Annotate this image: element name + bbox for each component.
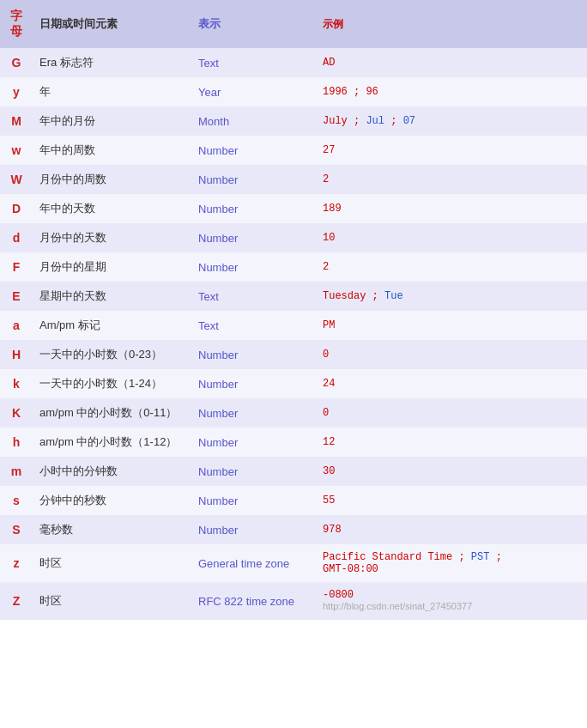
table-row: Kam/pm 中的小时数（0-11）Number0: [0, 398, 587, 428]
cell-repr: Number: [191, 165, 316, 194]
cell-char: G: [0, 48, 33, 77]
cell-example: 55: [316, 486, 587, 515]
table-row: k一天中的小时数（1-24）Number24: [0, 369, 587, 398]
cell-example: AD: [316, 48, 587, 77]
header-char: 字母: [0, 0, 33, 48]
cell-repr: Number: [191, 136, 316, 165]
cell-element: 年中的周数: [33, 136, 191, 165]
table-row: z时区General time zonePacific Standard Tim…: [0, 544, 587, 582]
cell-element: 年中的天数: [33, 194, 191, 223]
cell-element: 月份中的星期: [33, 252, 191, 282]
cell-example: 1996 ; 96: [316, 77, 587, 106]
cell-element: 小时中的分钟数: [33, 457, 191, 486]
cell-repr: Month: [191, 106, 316, 136]
cell-element: am/pm 中的小时数（0-11）: [33, 398, 191, 428]
cell-char: z: [0, 544, 33, 582]
cell-element: 时区: [33, 544, 191, 582]
cell-example: Tuesday ; Tue: [316, 282, 587, 311]
table-row: m小时中的分钟数Number30: [0, 457, 587, 486]
cell-example: 27: [316, 136, 587, 165]
table-row: Z时区RFC 822 time zone-0800http://blog.csd…: [0, 582, 587, 620]
cell-element: 时区: [33, 582, 191, 620]
cell-repr: Number: [191, 486, 316, 515]
table-row: ham/pm 中的小时数（1-12）Number12: [0, 428, 587, 457]
cell-repr: Text: [191, 282, 316, 311]
cell-repr: Year: [191, 77, 316, 106]
cell-repr: RFC 822 time zone: [191, 582, 316, 620]
cell-char: M: [0, 106, 33, 136]
table-row: F月份中的星期Number2: [0, 252, 587, 282]
cell-char: H: [0, 340, 33, 369]
cell-repr: Number: [191, 515, 316, 544]
cell-char: k: [0, 369, 33, 398]
table-header: 字母 日期或时间元素 表示 示例: [0, 0, 587, 48]
cell-element: 分钟中的秒数: [33, 486, 191, 515]
table-row: s分钟中的秒数Number55: [0, 486, 587, 515]
cell-char: S: [0, 515, 33, 544]
table-row: M年中的月份MonthJuly ; Jul ; 07: [0, 106, 587, 136]
cell-char: K: [0, 398, 33, 428]
cell-repr: Number: [191, 398, 316, 428]
cell-example: 12: [316, 428, 587, 457]
cell-char: F: [0, 252, 33, 282]
table-row: y年Year1996 ; 96: [0, 77, 587, 106]
header-element: 日期或时间元素: [33, 0, 191, 48]
cell-example: 978: [316, 515, 587, 544]
cell-char: y: [0, 77, 33, 106]
cell-element: 一天中的小时数（1-24）: [33, 369, 191, 398]
header-repr: 表示: [191, 0, 316, 48]
cell-element: 月份中的周数: [33, 165, 191, 194]
cell-example: 189: [316, 194, 587, 223]
cell-char: a: [0, 311, 33, 340]
cell-char: E: [0, 282, 33, 311]
cell-repr: Number: [191, 428, 316, 457]
cell-char: d: [0, 223, 33, 252]
cell-char: s: [0, 486, 33, 515]
cell-element: 年: [33, 77, 191, 106]
cell-element: 星期中的天数: [33, 282, 191, 311]
cell-example: 10: [316, 223, 587, 252]
cell-repr: General time zone: [191, 544, 316, 582]
table-row: H一天中的小时数（0-23）Number0: [0, 340, 587, 369]
cell-char: D: [0, 194, 33, 223]
cell-example: 24: [316, 369, 587, 398]
table-row: E星期中的天数TextTuesday ; Tue: [0, 282, 587, 311]
cell-element: 一天中的小时数（0-23）: [33, 340, 191, 369]
table-row: D年中的天数Number189: [0, 194, 587, 223]
cell-element: Am/pm 标记: [33, 311, 191, 340]
cell-char: w: [0, 136, 33, 165]
cell-example: July ; Jul ; 07: [316, 106, 587, 136]
cell-repr: Number: [191, 194, 316, 223]
cell-example: 0: [316, 398, 587, 428]
table-row: w年中的周数Number27: [0, 136, 587, 165]
cell-element: 月份中的天数: [33, 223, 191, 252]
cell-char: h: [0, 428, 33, 457]
cell-repr: Number: [191, 340, 316, 369]
cell-char: W: [0, 165, 33, 194]
cell-char: Z: [0, 582, 33, 620]
table-row: aAm/pm 标记TextPM: [0, 311, 587, 340]
cell-example: 2: [316, 252, 587, 282]
cell-example: -0800http://blog.csdn.net/sinat_27450377: [316, 582, 587, 620]
cell-char: m: [0, 457, 33, 486]
cell-example: 0: [316, 340, 587, 369]
cell-repr: Number: [191, 369, 316, 398]
cell-element: 毫秒数: [33, 515, 191, 544]
cell-repr: Number: [191, 457, 316, 486]
cell-element: Era 标志符: [33, 48, 191, 77]
table-row: S毫秒数Number978: [0, 515, 587, 544]
table-row: d月份中的天数Number10: [0, 223, 587, 252]
cell-example: PM: [316, 311, 587, 340]
table-row: W月份中的周数Number2: [0, 165, 587, 194]
cell-repr: Number: [191, 223, 316, 252]
cell-repr: Text: [191, 48, 316, 77]
cell-repr: Number: [191, 252, 316, 282]
cell-element: 年中的月份: [33, 106, 191, 136]
cell-example: 2: [316, 165, 587, 194]
cell-example: Pacific Standard Time ; PST ;GMT-08:00: [316, 544, 587, 582]
table-row: GEra 标志符TextAD: [0, 48, 587, 77]
date-format-table: 字母 日期或时间元素 表示 示例 GEra 标志符TextADy年Year199…: [0, 0, 587, 620]
cell-example: 30: [316, 457, 587, 486]
header-example: 示例: [316, 0, 587, 48]
cell-element: am/pm 中的小时数（1-12）: [33, 428, 191, 457]
